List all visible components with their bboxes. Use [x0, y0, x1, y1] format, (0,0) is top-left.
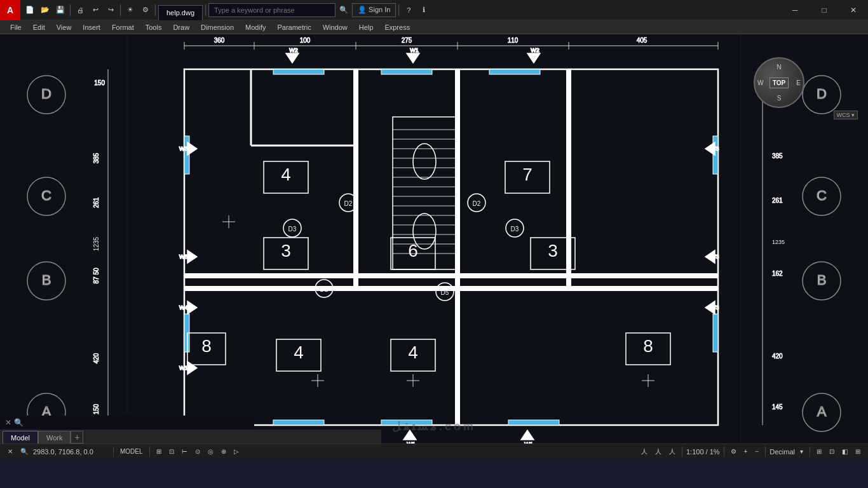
menu-express[interactable]: Express: [379, 22, 415, 32]
svg-text:D: D: [817, 86, 827, 102]
menu-draw[interactable]: Draw: [168, 22, 194, 32]
snap-button[interactable]: ⊡: [166, 445, 177, 458]
status-search-icon[interactable]: 🔍: [18, 445, 31, 458]
svg-text:W5: W5: [179, 254, 188, 260]
svg-text:145: 145: [772, 403, 783, 410]
navcube-west-label: W: [757, 79, 763, 86]
svg-text:110: 110: [508, 37, 519, 44]
search-input[interactable]: [208, 3, 336, 17]
app-button[interactable]: ⊞: [853, 445, 863, 458]
navcube-sphere[interactable]: N S W E TOP: [754, 57, 804, 108]
svg-text:275: 275: [402, 37, 412, 44]
toolbar-redo[interactable]: ↪: [104, 3, 118, 17]
maximize-button[interactable]: □: [810, 0, 839, 20]
workspace-button[interactable]: 人: [653, 445, 664, 458]
window-controls: ─ □ ✕: [780, 0, 868, 20]
osnap-button[interactable]: ◎: [205, 445, 216, 458]
close-button[interactable]: ✕: [839, 0, 868, 20]
cmdline-close-button[interactable]: ✕: [5, 418, 11, 427]
toolbar-sep3: [155, 4, 156, 16]
toolbar-extra2[interactable]: ⚙: [139, 3, 153, 17]
cad-viewport[interactable]: [-][Top][2D Wireframe]: [0, 34, 868, 459]
menu-dimension[interactable]: Dimension: [196, 22, 239, 32]
plus-button[interactable]: +: [742, 445, 750, 458]
svg-text:150: 150: [94, 79, 105, 86]
toolbar-sep4: [205, 4, 206, 16]
sign-in-button[interactable]: 👤 Sign In: [352, 3, 396, 17]
file-tab-help[interactable]: help.dwg: [158, 5, 203, 20]
menu-tools[interactable]: Tools: [140, 22, 167, 32]
model-space-button[interactable]: MODEL: [118, 445, 146, 458]
menu-parametric[interactable]: Parametric: [272, 22, 316, 32]
units-button[interactable]: ⊞: [814, 445, 824, 458]
search-icon[interactable]: 🔍: [337, 3, 351, 17]
svg-text:100: 100: [300, 37, 311, 44]
grid-button[interactable]: ⊞: [154, 445, 164, 458]
tab-model[interactable]: Model: [3, 431, 38, 444]
menu-help[interactable]: Help: [354, 22, 379, 32]
view-button[interactable]: ⊡: [827, 445, 837, 458]
svg-rect-13: [489, 69, 540, 74]
dynamic-button[interactable]: ▷: [231, 445, 241, 458]
svg-rect-20: [713, 314, 718, 352]
toolbar-sep5: [398, 4, 399, 16]
status-right-area: 人 人 人 1:100 / 1% ⚙ + − Decimal ▾ ⊞ ⊡ ◧ ⊞: [639, 445, 863, 458]
svg-text:W1: W1: [410, 47, 419, 53]
navigation-cube[interactable]: N S W E TOP: [754, 57, 811, 114]
svg-rect-19: [713, 136, 718, 174]
toolbar-new[interactable]: 📄: [23, 3, 37, 17]
svg-text:420: 420: [93, 353, 100, 363]
svg-text:D5: D5: [441, 289, 449, 296]
settings-button[interactable]: ⚙: [728, 445, 739, 458]
status-sep5: [765, 447, 766, 457]
toolbar-save[interactable]: 💾: [53, 3, 67, 17]
layout-button[interactable]: ◧: [839, 445, 850, 458]
toolbar-open[interactable]: 📂: [38, 3, 52, 17]
menu-file[interactable]: File: [5, 22, 27, 32]
status-sep6: [810, 447, 810, 457]
svg-text:8: 8: [201, 336, 212, 356]
tab-work[interactable]: Work: [38, 431, 71, 444]
svg-rect-11: [273, 69, 324, 74]
toolbar-undo[interactable]: ↩: [88, 3, 102, 17]
toolbar-sep1: [70, 4, 71, 16]
tracking-button[interactable]: ⊕: [219, 445, 229, 458]
svg-text:W3: W3: [179, 146, 188, 152]
menu-window[interactable]: Window: [318, 22, 353, 32]
tab-add-button[interactable]: +: [71, 431, 83, 444]
menu-format[interactable]: Format: [107, 22, 139, 32]
navcube-top-button[interactable]: TOP: [770, 78, 789, 88]
menu-edit[interactable]: Edit: [28, 22, 50, 32]
ortho-button[interactable]: ⊢: [179, 445, 190, 458]
toolbar-info[interactable]: ℹ: [417, 3, 431, 17]
cmdline-search-button[interactable]: 🔍: [14, 418, 24, 427]
menubar: File Edit View Insert Format Tools Draw …: [0, 20, 868, 34]
toolbar-print[interactable]: 🖨: [73, 3, 87, 17]
menu-view[interactable]: View: [51, 22, 77, 32]
svg-text:360: 360: [214, 37, 225, 44]
cmdline-input[interactable]: [26, 419, 249, 426]
wcs-label[interactable]: WCS ▾: [834, 111, 858, 119]
polar-button[interactable]: ⊙: [193, 445, 203, 458]
svg-text:4: 4: [408, 342, 418, 362]
svg-text:W2: W2: [531, 47, 539, 53]
menu-insert[interactable]: Insert: [78, 22, 105, 32]
status-sep1: [113, 447, 114, 457]
title-center: help.dwg: [158, 0, 203, 20]
svg-rect-17: [184, 136, 189, 174]
workspace2-button[interactable]: 人: [667, 445, 678, 458]
svg-text:420: 420: [772, 353, 783, 360]
annotation-button[interactable]: 人: [639, 445, 650, 458]
decimal-dropdown[interactable]: ▾: [797, 445, 806, 458]
svg-text:C: C: [41, 187, 51, 203]
menu-modify[interactable]: Modify: [240, 22, 271, 32]
toolbar-extra1[interactable]: ☀: [123, 3, 137, 17]
titlebar: A 📄 📂 💾 🖨 ↩ ↪ ☀ ⚙ help.dwg 🔍 👤 Sign In ?…: [0, 0, 868, 20]
minus-button[interactable]: −: [752, 445, 761, 458]
svg-text:1235: 1235: [93, 236, 100, 251]
toolbar-help[interactable]: ?: [402, 3, 416, 17]
status-close-button[interactable]: ✕: [5, 445, 15, 458]
minimize-button[interactable]: ─: [780, 0, 810, 20]
status-sep4: [724, 447, 724, 457]
tab-bar: Model Work +: [0, 430, 381, 444]
